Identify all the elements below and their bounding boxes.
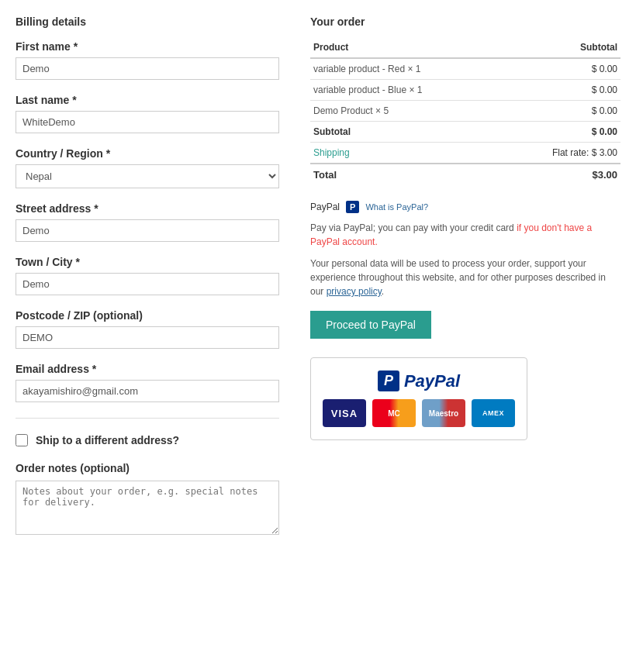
paypal-brand-p: P [378,370,399,391]
town-label: Town / City * [16,256,279,268]
subtotal-row: Subtotal $ 0.00 [310,122,620,143]
order-table: Product Subtotal variable product - Red … [310,37,620,185]
first-name-label: First name * [16,40,279,53]
shipping-value: Flat rate: $ 3.00 [502,143,620,164]
paypal-p-icon: P [346,201,359,213]
street-label: Street address * [16,202,279,215]
postcode-group: Postcode / ZIP (optional) [16,309,279,349]
privacy-policy-link[interactable]: privacy policy [327,286,382,297]
country-group: Country / Region * Nepal United States U… [16,147,279,188]
country-label: Country / Region * [16,147,279,160]
email-group: Email address * [16,363,279,402]
paypal-inline-logo: P [346,201,359,213]
table-row: variable product - Red × 1 $ 0.00 [310,58,620,80]
subtotal-value: $ 0.00 [502,122,620,143]
privacy-text: Your personal data will be used to proce… [310,257,620,298]
town-group: Town / City * [16,256,279,295]
street-input[interactable] [16,219,279,242]
ship-to-different-row: Ship to a different address? [16,434,279,446]
product-name: variable product - Blue × 1 [310,80,502,101]
product-name: variable product - Red × 1 [310,58,502,80]
visa-card-logo: VISA [323,399,366,427]
last-name-label: Last name * [16,94,279,106]
last-name-input[interactable] [16,111,279,133]
total-row: Total $3.00 [310,164,620,185]
shipping-row: Shipping Flat rate: $ 3.00 [310,143,620,164]
product-name: Demo Product × 5 [310,101,502,122]
table-row: Demo Product × 5 $ 0.00 [310,101,620,122]
paypal-brand-text: PayPal [404,371,460,391]
product-price: $ 0.00 [502,58,620,80]
paypal-row: PayPal P What is PayPal? [310,201,620,213]
email-input[interactable] [16,380,279,402]
street-group: Street address * [16,202,279,242]
maestro-logo: Maestro [422,399,465,427]
billing-title: Billing details [16,16,279,28]
first-name-group: First name * [16,40,279,80]
subtotal-label: Subtotal [310,122,502,143]
paypal-label: PayPal [310,202,340,212]
product-price: $ 0.00 [502,101,620,122]
proceed-to-paypal-button[interactable]: Proceed to PayPal [310,311,431,339]
postcode-label: Postcode / ZIP (optional) [16,309,279,322]
total-label: Total [310,164,502,185]
table-row: variable product - Blue × 1 $ 0.00 [310,80,620,101]
ship-to-different-checkbox[interactable] [16,434,28,446]
email-label: Email address * [16,363,279,375]
credit-card-link[interactable]: if you don't have a PayPal account. [310,222,592,247]
paypal-info-text: Pay via PayPal; you can pay with your cr… [310,221,620,249]
card-logos: VISA MC Maestro AMEX [323,399,515,427]
total-value: $3.00 [502,164,620,185]
first-name-input[interactable] [16,57,279,80]
product-col-header: Product [310,37,502,58]
payment-logos-box: P PayPal VISA MC Maestro AMEX [310,357,527,440]
order-notes-title: Order notes (optional) [16,462,279,474]
divider [16,418,279,419]
country-select[interactable]: Nepal United States United Kingdom India… [16,164,279,188]
town-input[interactable] [16,273,279,295]
your-order-title: Your order [310,16,620,28]
postcode-input[interactable] [16,326,279,349]
product-price: $ 0.00 [502,80,620,101]
order-notes-input[interactable] [16,481,279,535]
what-is-paypal-link[interactable]: What is PayPal? [365,202,428,212]
subtotal-col-header: Subtotal [502,37,620,58]
ship-to-different-label: Ship to a different address? [36,434,179,446]
paypal-brand: P PayPal [378,370,460,391]
shipping-label: Shipping [310,143,502,164]
mastercard-logo: MC [372,399,416,427]
amex-logo: AMEX [472,399,515,427]
last-name-group: Last name * [16,94,279,133]
